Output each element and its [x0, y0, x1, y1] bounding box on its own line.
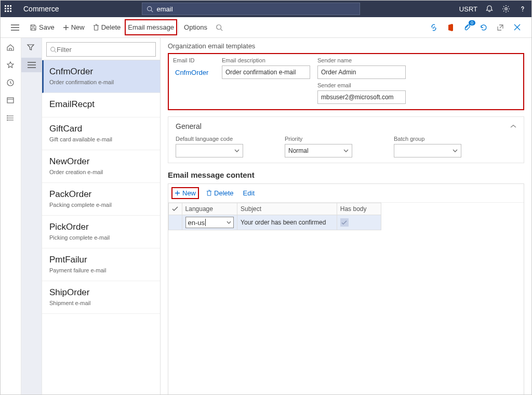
svg-rect-4	[7, 8, 9, 9]
content-edit-button[interactable]: Edit	[241, 187, 257, 199]
workspace-icon[interactable]	[6, 96, 16, 106]
options-button[interactable]: Options	[180, 21, 211, 33]
email-id-link[interactable]: CnfmOrder	[173, 65, 215, 79]
subject-cell[interactable]: Your order has been confirmed	[237, 215, 337, 230]
chevron-down-icon	[227, 221, 231, 224]
language-dropdown[interactable]: en-us	[185, 217, 234, 228]
popout-icon[interactable]	[495, 22, 506, 33]
company-code[interactable]: USRT	[459, 5, 477, 13]
template-item-cnfmorder[interactable]: CnfmOrderOrder confirmation e-mail	[42, 60, 160, 93]
svg-point-17	[7, 117, 8, 118]
template-subtitle: Order creation e-mail	[49, 169, 153, 175]
svg-point-12	[217, 24, 221, 29]
template-item-packorder[interactable]: PackOrderPacking complete e-mail	[42, 183, 160, 216]
funnel-icon[interactable]	[26, 43, 37, 54]
bell-icon[interactable]	[485, 4, 494, 14]
search-icon	[50, 46, 57, 53]
svg-rect-1	[7, 5, 9, 7]
filter-input[interactable]	[57, 46, 152, 54]
template-item-pmtfailur[interactable]: PmtFailurPayment failure e-mail	[42, 248, 160, 281]
svg-rect-8	[10, 10, 11, 12]
content-new-button[interactable]: New	[171, 187, 199, 199]
modules-icon[interactable]	[6, 114, 16, 123]
list-view-toggle[interactable]	[21, 58, 42, 72]
svg-point-11	[505, 8, 507, 10]
gear-icon[interactable]	[501, 4, 511, 14]
col-hasbody[interactable]: Has body	[337, 203, 381, 215]
general-section: General Default language code Priority N…	[168, 116, 524, 163]
badge-count: 0	[469, 20, 475, 25]
grid-empty-area	[168, 230, 524, 394]
svg-rect-7	[7, 10, 9, 12]
sender-name-input[interactable]	[317, 65, 406, 79]
label-batch-group: Batch group	[394, 136, 461, 142]
action-search-button[interactable]	[211, 22, 227, 33]
save-button[interactable]: Save	[25, 21, 59, 33]
template-item-emailrecpt[interactable]: EmailRecpt	[42, 93, 160, 117]
save-icon	[30, 24, 37, 31]
sender-email-input[interactable]	[317, 90, 406, 104]
help-icon[interactable]	[518, 4, 527, 14]
label-email-desc: Email description	[222, 57, 310, 63]
svg-point-9	[148, 6, 152, 10]
trash-icon	[206, 190, 212, 196]
svg-rect-3	[5, 8, 6, 9]
default-language-select[interactable]	[176, 144, 243, 157]
link-icon[interactable]	[429, 22, 439, 33]
col-subject[interactable]: Subject	[237, 203, 337, 215]
separator	[178, 22, 179, 33]
template-title: GiftCard	[49, 124, 153, 134]
template-item-pickorder[interactable]: PickOrderPicking complete e-mail	[42, 216, 160, 248]
batch-group-select[interactable]	[394, 144, 461, 157]
email-message-button[interactable]: Email message	[125, 19, 177, 35]
col-language[interactable]: Language	[182, 203, 237, 215]
template-item-neworder[interactable]: NewOrderOrder creation e-mail	[42, 150, 160, 183]
svg-point-19	[51, 47, 55, 51]
svg-rect-0	[5, 5, 6, 7]
svg-line-13	[221, 29, 223, 31]
new-button[interactable]: New	[59, 21, 89, 33]
hamburger-icon[interactable]	[11, 24, 19, 31]
template-subtitle: Order confirmation e-mail	[49, 79, 153, 85]
template-title: ShipOrder	[49, 287, 153, 298]
attach-badge-icon[interactable]: 0	[462, 22, 472, 33]
chevron-up-icon[interactable]	[510, 124, 516, 128]
template-subtitle: Payment failure e-mail	[49, 267, 153, 273]
content-row[interactable]: en-us Your order has been confirmed	[169, 215, 381, 230]
email-content-grid: New Delete Edit Language Subject Has bod…	[168, 183, 524, 394]
search-icon	[216, 24, 223, 31]
svg-rect-5	[10, 8, 11, 9]
label-sender-email: Sender email	[317, 82, 406, 88]
refresh-icon[interactable]	[478, 22, 489, 33]
label-email-id: Email ID	[173, 57, 215, 63]
label-priority: Priority	[285, 136, 352, 142]
office-icon[interactable]	[445, 22, 456, 33]
list-filter[interactable]	[46, 42, 156, 57]
star-icon[interactable]	[6, 61, 16, 70]
template-title: CnfmOrder	[49, 67, 153, 77]
close-icon[interactable]	[512, 22, 522, 33]
search-input[interactable]	[156, 5, 355, 13]
template-subtitle: Packing complete e-mail	[49, 202, 153, 208]
chevron-down-icon	[453, 149, 458, 152]
hasbody-checkbox[interactable]	[340, 218, 349, 227]
svg-point-16	[7, 115, 8, 116]
app-launcher-icon[interactable]	[5, 5, 17, 12]
email-description-input[interactable]	[222, 65, 310, 79]
email-content-header: Email message content	[168, 170, 524, 179]
content-delete-button[interactable]: Delete	[204, 187, 236, 199]
template-item-giftcard[interactable]: GiftCardGift card available e-mail	[42, 117, 160, 150]
template-item-shiporder[interactable]: ShipOrderShipment e-mail	[42, 281, 160, 314]
plus-icon	[63, 24, 69, 31]
col-check[interactable]	[169, 203, 182, 215]
priority-select[interactable]: Normal	[285, 144, 352, 157]
search-box[interactable]	[142, 3, 360, 15]
general-header[interactable]: General	[176, 122, 202, 130]
template-subtitle: Gift card available e-mail	[49, 136, 153, 142]
template-title: PackOrder	[49, 189, 153, 200]
page-title: Organization email templates	[168, 42, 524, 50]
delete-button[interactable]: Delete	[89, 21, 125, 33]
recent-icon[interactable]	[6, 78, 16, 88]
home-icon[interactable]	[6, 43, 16, 52]
plus-icon	[175, 190, 180, 196]
